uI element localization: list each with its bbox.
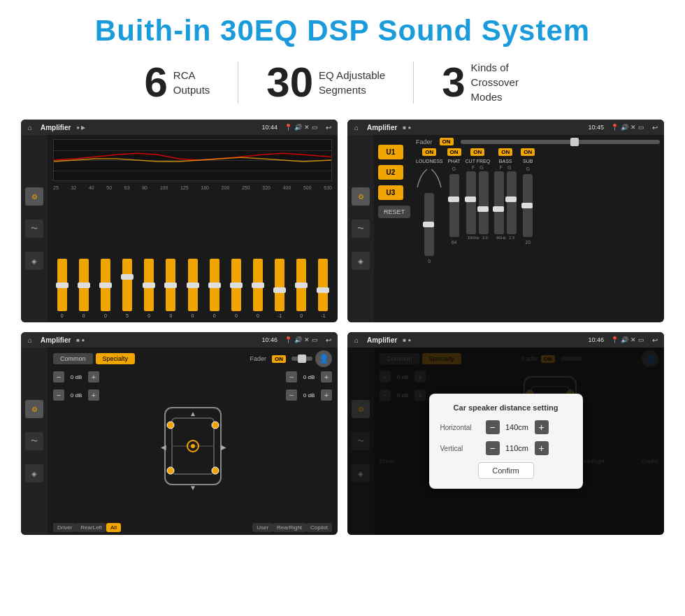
slider-1: 0 — [53, 259, 71, 318]
slider-thumb-8[interactable] — [208, 282, 221, 288]
slider-track-13[interactable] — [318, 259, 328, 311]
eq-icon-3[interactable]: ⚙ — [25, 400, 43, 418]
bass-thumb-f[interactable] — [493, 206, 504, 212]
sub-track[interactable] — [523, 174, 533, 237]
db-plus-tl[interactable]: + — [88, 371, 99, 382]
home-icon-4[interactable]: ⌂ — [352, 335, 361, 345]
slider-thumb-6[interactable] — [164, 282, 177, 288]
status-dot-3: ■ ● — [76, 337, 85, 343]
fader-thumb-3[interactable] — [298, 354, 306, 363]
loudness-label: LOUDNESS — [416, 159, 443, 164]
vertical-plus[interactable]: + — [535, 441, 549, 455]
back-icon-3[interactable]: ↩ — [324, 335, 333, 345]
eq-icon[interactable]: ⚙ — [25, 187, 43, 206]
slider-thumb-13[interactable] — [317, 287, 329, 293]
db-plus-br[interactable]: + — [321, 389, 332, 401]
fader-label: Fader — [416, 138, 433, 145]
vertical-minus[interactable]: − — [486, 441, 500, 455]
slider-track-10[interactable] — [253, 259, 263, 311]
slider-thumb-11[interactable] — [273, 287, 286, 293]
slider-thumb-7[interactable] — [187, 282, 199, 288]
home-icon[interactable]: ⌂ — [25, 122, 35, 132]
slider-thumb-10[interactable] — [252, 282, 264, 288]
slider-thumb-4[interactable] — [121, 274, 134, 280]
fader-track-3[interactable] — [291, 357, 312, 361]
label-driver[interactable]: Driver — [53, 523, 76, 532]
slider-track-2[interactable] — [79, 259, 89, 311]
crossover-presets: U1 U2 U3 RESET — [378, 138, 410, 320]
back-icon-2[interactable]: ↩ — [650, 122, 660, 132]
slider-thumb-5[interactable] — [143, 282, 155, 288]
slider-track-11[interactable] — [275, 259, 284, 311]
wave-icon-2[interactable]: 〜 — [352, 220, 370, 238]
slider-thumb-3[interactable] — [99, 282, 112, 288]
label-rearleft[interactable]: RearLeft — [76, 523, 106, 532]
slider-track-7[interactable] — [188, 259, 198, 311]
slider-track-4[interactable] — [122, 259, 132, 311]
home-icon-2[interactable]: ⌂ — [352, 122, 361, 132]
slider-val-8: 0 — [213, 313, 216, 318]
slider-track-6[interactable] — [166, 259, 175, 311]
db-minus-tr[interactable]: − — [286, 371, 297, 382]
tab-common[interactable]: Common — [53, 353, 93, 364]
slider-track-3[interactable] — [101, 259, 110, 311]
speaker-icon-5[interactable]: ◈ — [25, 464, 43, 482]
horizontal-plus[interactable]: + — [535, 420, 549, 434]
loudness-track[interactable] — [424, 193, 434, 256]
fader-slider[interactable] — [461, 140, 660, 144]
loudness-thumb[interactable] — [423, 222, 434, 227]
slider-thumb-2[interactable] — [78, 282, 90, 288]
loudness-val: 0 — [428, 259, 431, 264]
db-plus-tr[interactable]: + — [321, 371, 332, 382]
speaker-layout-icon[interactable]: ◈ — [25, 252, 43, 270]
back-icon-4[interactable]: ↩ — [650, 335, 660, 345]
horizontal-minus[interactable]: − — [486, 420, 500, 434]
cutfreq-thumb-f[interactable] — [465, 196, 476, 202]
speaker-icon-3[interactable]: ◈ — [352, 252, 370, 270]
svg-point-5 — [167, 467, 174, 474]
db-control-br: − 0 dB + — [286, 389, 332, 401]
label-all[interactable]: All — [106, 523, 121, 532]
bass-thumb-g[interactable] — [505, 196, 517, 202]
phat-track[interactable] — [449, 174, 459, 237]
preset-u2[interactable]: U2 — [378, 165, 403, 180]
cutfreq-thumb-g[interactable] — [477, 206, 489, 212]
slider-thumb-1[interactable] — [56, 282, 68, 288]
home-icon-3[interactable]: ⌂ — [25, 335, 35, 345]
db-minus-tl[interactable]: − — [53, 371, 64, 382]
slider-thumb-9[interactable] — [230, 282, 243, 288]
db-minus-br[interactable]: − — [286, 389, 297, 401]
slider-track-5[interactable] — [144, 259, 154, 311]
preset-u3[interactable]: U3 — [378, 185, 403, 200]
confirm-button[interactable]: Confirm — [478, 462, 534, 479]
db-plus-bl[interactable]: + — [88, 389, 99, 401]
svg-point-6 — [212, 467, 219, 474]
label-copilot[interactable]: Copilot — [306, 523, 332, 532]
slider-track-9[interactable] — [231, 259, 241, 311]
phat-thumb[interactable] — [448, 196, 459, 202]
wave-icon[interactable]: 〜 — [25, 220, 43, 238]
label-rearright[interactable]: RearRight — [273, 523, 306, 532]
tab-specialty[interactable]: Specialty — [96, 353, 136, 364]
cutfreq-track-g[interactable] — [479, 171, 489, 234]
slider-track-8[interactable] — [210, 259, 219, 311]
eq-icon-2[interactable]: ⚙ — [352, 187, 370, 206]
spacer-2 — [121, 523, 252, 532]
preset-u1[interactable]: U1 — [378, 145, 403, 159]
wave-icon-3[interactable]: 〜 — [25, 432, 43, 450]
slider-track-1[interactable] — [57, 259, 67, 311]
back-icon[interactable]: ↩ — [324, 122, 333, 132]
slider-11: -1 — [271, 259, 289, 318]
crossover-reset[interactable]: RESET — [378, 206, 410, 218]
bass-track-g[interactable] — [507, 171, 517, 234]
profile-icon[interactable]: 👤 — [315, 350, 332, 367]
slider-thumb-12[interactable] — [295, 282, 308, 288]
db-minus-bl[interactable]: − — [53, 389, 64, 401]
eq-graph — [53, 139, 332, 181]
slider-track-12[interactable] — [296, 259, 306, 311]
cutfreq-track-f[interactable] — [466, 171, 476, 234]
bass-track-f[interactable] — [494, 171, 504, 234]
label-user[interactable]: User — [252, 523, 273, 532]
sub-thumb[interactable] — [521, 203, 533, 208]
db-control-tr: − 0 dB + — [286, 371, 332, 382]
